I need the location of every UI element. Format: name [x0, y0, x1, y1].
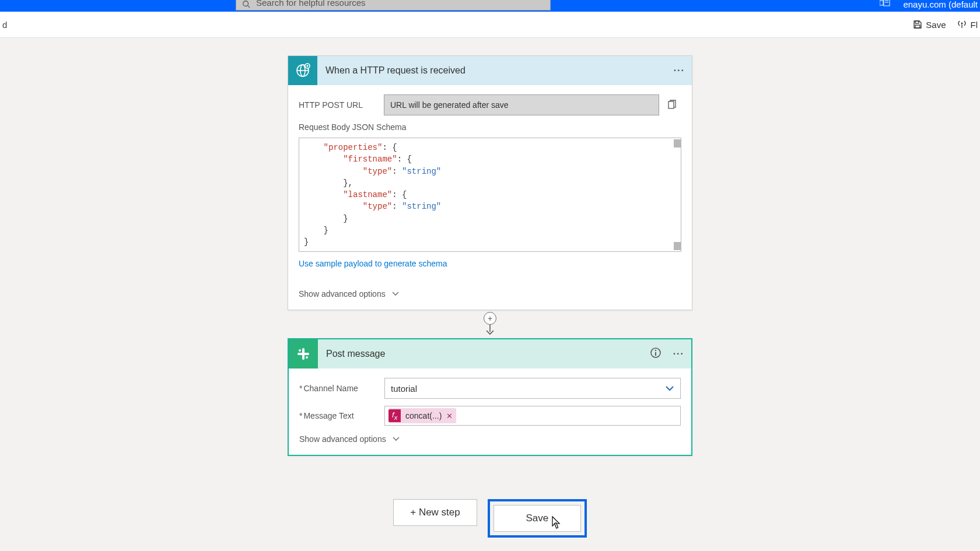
http-url-field: URL will be generated after save: [384, 94, 659, 115]
svg-point-8: [961, 23, 963, 24]
fx-icon: fx: [388, 409, 401, 422]
action-advanced-label: Show advanced options: [299, 434, 386, 444]
flow-checker-icon: [957, 20, 967, 29]
toolbar-save-label: Save: [926, 20, 946, 30]
action-title: Post message: [318, 349, 650, 359]
breadcrumb-fragment: d: [2, 20, 7, 30]
arrow-down-icon: [485, 324, 495, 335]
action-menu-button[interactable]: ···: [673, 349, 684, 359]
account-area[interactable]: enayu.com (default: [880, 0, 980, 10]
directory-icon: [880, 0, 890, 9]
chevron-down-icon: [665, 385, 674, 392]
global-search[interactable]: Search for helpful resources: [236, 0, 551, 10]
svg-rect-6: [915, 21, 919, 23]
copy-icon: [667, 100, 677, 110]
connector: +: [484, 310, 496, 338]
trigger-header[interactable]: When a HTTP request is received ···: [288, 56, 692, 85]
search-placeholder: Search for helpful resources: [256, 0, 366, 8]
insert-step-button[interactable]: +: [484, 312, 496, 325]
toolbar-flow-label: Fl: [971, 20, 978, 30]
command-bar: d Save Fl: [0, 12, 980, 38]
save-button[interactable]: Save: [494, 505, 581, 532]
svg-line-1: [248, 6, 250, 8]
save-icon: [913, 20, 922, 29]
svg-point-21: [654, 350, 656, 351]
svg-rect-19: [306, 356, 308, 359]
http-trigger-icon: [288, 56, 317, 85]
trigger-advanced-toggle[interactable]: Show advanced options: [299, 289, 400, 299]
trigger-card: When a HTTP request is received ··· HTTP…: [288, 55, 692, 310]
channel-label: Channel Name: [299, 384, 384, 393]
sample-payload-link[interactable]: Use sample payload to generate schema: [299, 259, 447, 268]
trigger-title: When a HTTP request is received: [317, 65, 674, 76]
svg-rect-18: [299, 349, 301, 352]
http-url-value: URL will be generated after save: [390, 100, 509, 110]
svg-rect-3: [884, 0, 890, 6]
trigger-advanced-label: Show advanced options: [299, 289, 386, 299]
copy-url-button[interactable]: [663, 96, 681, 114]
remove-token-button[interactable]: ✕: [446, 412, 453, 420]
save-button-label: Save: [526, 513, 548, 524]
message-text-input[interactable]: fx concat(...) ✕: [384, 406, 681, 426]
info-icon: [650, 347, 662, 359]
action-info-button[interactable]: [650, 347, 662, 361]
svg-rect-14: [668, 101, 674, 108]
channel-value: tutorial: [391, 384, 417, 394]
action-card: Post message ··· Channel Name tutorial M…: [288, 338, 692, 456]
new-step-label: + New step: [410, 507, 460, 518]
http-url-label: HTTP POST URL: [299, 100, 384, 110]
search-icon: [242, 0, 250, 10]
schema-editor[interactable]: "properties": { "firstname": { "type": "…: [299, 138, 681, 252]
chevron-down-icon: [391, 289, 400, 299]
svg-rect-17: [298, 353, 309, 355]
action-header[interactable]: Post message ···: [289, 339, 691, 368]
action-advanced-toggle[interactable]: Show advanced options: [299, 434, 400, 444]
schema-scrollbar[interactable]: [673, 138, 681, 251]
chevron-down-icon: [392, 434, 400, 444]
svg-rect-2: [880, 1, 883, 5]
toolbar-save-button[interactable]: Save: [913, 20, 946, 30]
account-name: enayu.com (default: [903, 0, 978, 9]
slack-action-icon: [289, 339, 318, 368]
message-label: Message Text: [299, 411, 384, 420]
save-button-highlight: Save: [488, 499, 587, 538]
svg-point-0: [243, 1, 249, 6]
expression-token[interactable]: fx concat(...) ✕: [388, 408, 456, 423]
svg-rect-22: [655, 352, 656, 356]
expression-text: concat(...): [405, 411, 442, 420]
toolbar-flow-button[interactable]: Fl: [957, 20, 978, 30]
svg-rect-7: [915, 25, 920, 28]
new-step-button[interactable]: + New step: [393, 499, 477, 526]
schema-label: Request Body JSON Schema: [299, 122, 681, 132]
channel-dropdown[interactable]: tutorial: [384, 378, 681, 399]
trigger-menu-button[interactable]: ···: [674, 65, 685, 76]
